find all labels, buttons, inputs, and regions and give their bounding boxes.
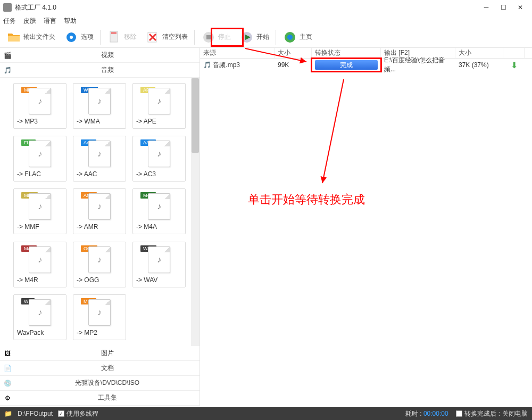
stop-label: 停止: [218, 32, 231, 42]
clear-icon: [145, 30, 160, 45]
svg-point-1: [70, 36, 73, 39]
format-tile[interactable]: MMF♪-> MMF: [13, 188, 66, 234]
after-convert-checkbox[interactable]: 转换完成后: 关闭电脑: [456, 409, 528, 418]
category-video[interactable]: 🎬 视频: [0, 48, 200, 63]
file-icon: ♪: [29, 193, 51, 220]
format-label: -> AC3: [136, 168, 182, 178]
format-label: -> MP2: [77, 327, 122, 336]
divider: [100, 30, 101, 45]
start-icon: [239, 30, 254, 45]
category-label: 工具集: [15, 393, 200, 402]
category-label: 文档: [15, 364, 200, 373]
format-tile[interactable]: MP3♪-> MP2: [73, 294, 126, 340]
header-size[interactable]: 大小: [275, 48, 312, 58]
disc-icon: 💿: [0, 380, 15, 387]
file-icon: ♪: [29, 88, 51, 114]
stop-icon: [201, 30, 216, 45]
format-label: -> AAC: [77, 168, 122, 178]
menu-help[interactable]: 帮助: [64, 17, 77, 26]
table-row[interactable]: 🎵 音频.mp3 99K 完成 E:\百度经验\怎么把音频... 37K (37…: [200, 59, 532, 71]
svg-rect-5: [206, 35, 211, 39]
output-folder-label: 输出文件夹: [23, 32, 55, 42]
annotation-arrow-2: [312, 77, 354, 194]
format-label: -> OGG: [77, 274, 122, 284]
home-button[interactable]: 主页: [279, 28, 315, 47]
svg-point-8: [287, 35, 293, 40]
format-tile[interactable]: AAC♪-> AAC: [73, 136, 126, 182]
stop-button[interactable]: 停止: [198, 28, 234, 47]
options-button[interactable]: 选项: [61, 28, 97, 47]
start-label: 开始: [256, 32, 269, 42]
file-icon: ♪: [88, 88, 111, 114]
multithread-checkbox[interactable]: ✓ 使用多线程: [58, 409, 98, 418]
remove-icon: [107, 30, 122, 45]
titlebar: 格式工厂 4.1.0 ─ ☐ ✕: [0, 0, 532, 15]
divider: [194, 30, 195, 45]
folder-icon: 📁: [4, 410, 12, 417]
scrollbar[interactable]: [191, 78, 200, 346]
format-tile[interactable]: MP3♪-> MP3: [13, 83, 66, 129]
format-tile[interactable]: M4R♪-> M4R: [13, 242, 66, 287]
format-tile[interactable]: APE♪-> APE: [132, 83, 186, 129]
format-tile[interactable]: WMA♪-> WMA: [73, 83, 126, 129]
menu-skin[interactable]: 皮肤: [23, 17, 36, 26]
file-icon: ♪: [88, 193, 111, 220]
row-size: 99K: [275, 61, 312, 69]
checkbox-icon: [456, 410, 462, 417]
elapsed-value: 00:00:00: [423, 410, 448, 417]
menubar: 任务 皮肤 语言 帮助: [0, 15, 532, 27]
audio-icon: 🎵: [0, 67, 15, 74]
svg-line-10: [322, 79, 344, 183]
window-title: 格式工厂 4.1.0: [15, 3, 478, 12]
output-path[interactable]: D:\FFOutput: [18, 410, 53, 417]
format-tile[interactable]: AMR♪-> AMR: [73, 188, 126, 234]
start-button[interactable]: 开始: [236, 28, 272, 47]
remove-button[interactable]: 移除: [104, 28, 140, 47]
format-label: -> M4R: [17, 274, 63, 284]
category-label: 音频: [15, 65, 200, 75]
category-document[interactable]: 📄 文档: [0, 361, 200, 376]
format-label: -> MMF: [17, 221, 63, 230]
category-audio[interactable]: 🎵 音频: [0, 63, 200, 78]
maximize-button[interactable]: ☐: [495, 2, 512, 13]
format-grid: MP3♪-> MP3WMA♪-> WMAAPE♪-> APEFLA♪-> FLA…: [0, 78, 200, 346]
file-icon: ♪: [88, 141, 111, 167]
category-label: 视频: [15, 51, 200, 60]
format-tile[interactable]: WAV♪-> WAV: [132, 242, 186, 287]
close-button[interactable]: ✕: [512, 2, 529, 13]
menu-language[interactable]: 语言: [44, 17, 56, 26]
format-label: -> M4A: [136, 221, 182, 230]
format-tile[interactable]: OGG♪-> OGG: [73, 242, 126, 287]
down-arrow-icon: ⬇: [503, 60, 525, 70]
category-tools[interactable]: ⚙ 工具集: [0, 391, 200, 406]
format-tile[interactable]: FLA♪-> FLAC: [13, 136, 66, 182]
annotation-text: 单击开始等待转换完成: [248, 192, 365, 208]
menu-task[interactable]: 任务: [3, 17, 16, 26]
header-size2[interactable]: 大小: [455, 48, 503, 58]
options-label: 选项: [81, 32, 94, 42]
row-output: E:\百度经验\怎么把音频...: [381, 56, 455, 74]
clear-label: 清空列表: [162, 32, 188, 42]
list-header: 来源 大小 转换状态 输出 [F2] 大小: [200, 48, 532, 59]
file-icon: ♪: [88, 299, 111, 326]
output-folder-button[interactable]: 输出文件夹: [3, 28, 59, 47]
checkbox-icon: ✓: [58, 410, 64, 417]
row-state: 完成: [315, 60, 378, 70]
format-tile[interactable]: M4A♪-> M4A: [132, 188, 186, 234]
main: 🎬 视频 🎵 音频 MP3♪-> MP3WMA♪-> WMAAPE♪-> APE…: [0, 48, 532, 406]
category-disc[interactable]: 💿 光驱设备\DVD\CD\ISO: [0, 376, 200, 391]
elapsed-label: 耗时: [405, 410, 418, 417]
header-state[interactable]: 转换状态: [312, 48, 381, 58]
category-picture[interactable]: 🖼 图片: [0, 346, 200, 361]
category-label: 图片: [15, 349, 200, 358]
minimize-button[interactable]: ─: [478, 2, 495, 13]
header-source[interactable]: 来源: [200, 48, 275, 58]
row-size2: 37K (37%): [455, 61, 503, 69]
format-tile[interactable]: WV♪WavPack: [13, 294, 66, 340]
remove-label: 移除: [124, 32, 137, 42]
format-tile[interactable]: AAC♪-> AC3: [132, 136, 186, 182]
sidebar: 🎬 视频 🎵 音频 MP3♪-> MP3WMA♪-> WMAAPE♪-> APE…: [0, 48, 200, 406]
app-icon: [3, 3, 12, 12]
file-icon: ♪: [29, 246, 51, 273]
clear-button[interactable]: 清空列表: [142, 28, 191, 47]
